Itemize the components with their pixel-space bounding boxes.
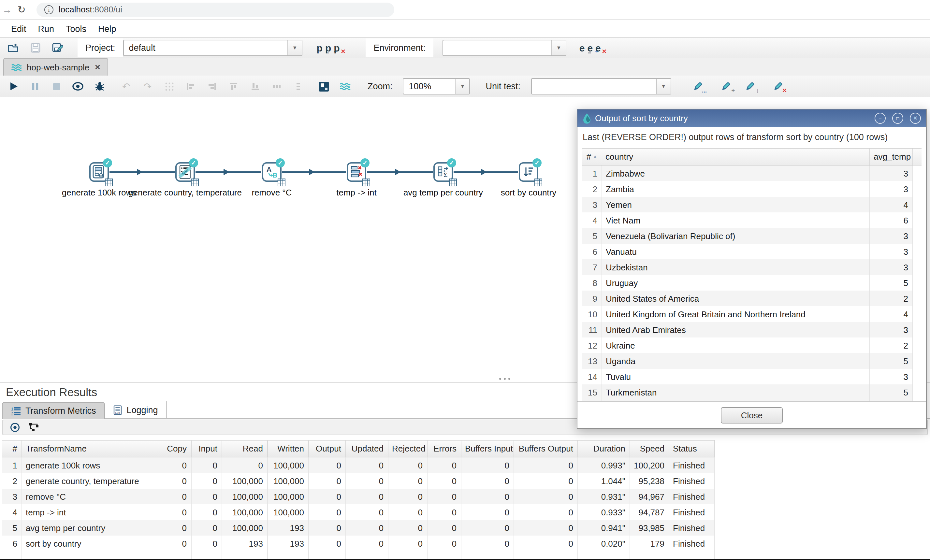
metrics-row[interactable]: 5avg temp per country00100,0001930000000…: [2, 520, 714, 535]
preview-data-badge-icon[interactable]: [278, 178, 285, 188]
open-file-icon[interactable]: [6, 41, 20, 55]
preview-row[interactable]: 4Viet Nam6: [582, 212, 922, 228]
transform-remove-c[interactable]: AB ✓: [262, 162, 282, 182]
unit-test-select[interactable]: ▼: [531, 78, 671, 94]
preview-row[interactable]: 3Yemen4: [582, 197, 922, 212]
save-file-icon[interactable]: [29, 41, 42, 55]
preview-data-badge-icon[interactable]: [449, 178, 457, 188]
tab-logging[interactable]: Log Logging: [105, 402, 167, 418]
col-updated[interactable]: Updated: [345, 440, 388, 457]
environment-add-button[interactable]: e+: [586, 42, 594, 54]
distribute-vertical-icon[interactable]: [293, 81, 304, 92]
menu-edit[interactable]: Edit: [5, 24, 32, 34]
col-input[interactable]: Input: [191, 440, 222, 457]
close-button[interactable]: Close: [721, 407, 783, 423]
col-output[interactable]: Output: [308, 440, 345, 457]
preview-row[interactable]: 8Uruguay5: [582, 275, 922, 291]
save-as-icon[interactable]: [51, 41, 65, 55]
project-delete-button[interactable]: p✕: [333, 42, 341, 54]
browser-forward-icon[interactable]: →: [0, 4, 14, 15]
col-buffers-input[interactable]: Buffers Input: [461, 440, 514, 457]
col-avg-temp[interactable]: avg_temp: [869, 148, 912, 165]
site-info-icon[interactable]: i: [44, 5, 54, 14]
metrics-row[interactable]: 1generate 100k rows000100,0000000000.993…: [2, 457, 714, 473]
undo-icon[interactable]: ↶: [120, 81, 132, 92]
preview-row[interactable]: 9United States of America2: [582, 291, 922, 306]
environment-dropdown-icon[interactable]: ▼: [551, 40, 566, 55]
project-add-button[interactable]: p+: [324, 42, 333, 54]
preview-row[interactable]: 1Zimbabwe3: [582, 165, 922, 181]
tab-close-icon[interactable]: ✕: [94, 63, 100, 71]
col-errors[interactable]: Errors: [427, 440, 461, 457]
close-icon[interactable]: ✕: [910, 113, 921, 124]
project-dropdown-icon[interactable]: ▼: [287, 40, 302, 55]
preview-row[interactable]: 5Venezuela (Bolivarian Republic of)3: [582, 228, 922, 244]
col-rejected[interactable]: Rejected: [388, 440, 427, 457]
project-edit-button[interactable]: p...: [316, 42, 324, 54]
col--[interactable]: #: [2, 440, 22, 457]
environment-edit-button[interactable]: e...: [578, 42, 586, 54]
col-copy[interactable]: Copy: [160, 440, 191, 457]
preview-data-badge-icon[interactable]: [105, 178, 113, 188]
col-written[interactable]: Written: [267, 440, 308, 457]
environment-select[interactable]: ▼: [442, 40, 567, 56]
preview-row[interactable]: 14Tuvalu3: [582, 369, 922, 385]
preview-row[interactable]: 11United Arab Emirates3: [582, 322, 922, 337]
unit-test-delete-pencil-icon[interactable]: ✕: [772, 81, 783, 92]
metrics-row[interactable]: 3remove °C00100,000100,0000000000.931"94…: [2, 489, 714, 504]
preview-eye-icon[interactable]: [72, 81, 83, 92]
preview-row[interactable]: 2Zambia3: [582, 181, 922, 197]
preview-row[interactable]: 12Ukraine2: [582, 337, 922, 353]
browser-reload-icon[interactable]: ↻: [14, 3, 29, 15]
col-status[interactable]: Status: [669, 440, 714, 457]
dialog-titlebar[interactable]: Output of sort by country − ◻ ✕: [577, 109, 926, 127]
unit-test-add-pencil-icon[interactable]: +: [720, 81, 731, 92]
preview-data-badge-icon[interactable]: [362, 178, 370, 188]
debug-bug-icon[interactable]: [94, 81, 105, 92]
unit-test-detach-pencil-icon[interactable]: ↓: [744, 81, 755, 92]
metrics-row[interactable]: 2generate country, temperature00100,0001…: [2, 473, 714, 489]
pipeline-waves-icon[interactable]: [340, 81, 351, 92]
run-icon[interactable]: [8, 81, 19, 92]
transform-temp-to-int[interactable]: ✓: [347, 162, 366, 182]
align-left-icon[interactable]: [185, 81, 196, 92]
metrics-row[interactable]: 4temp -> int00100,000100,0000000000.933"…: [2, 504, 714, 520]
tab-transform-metrics[interactable]: 12 Transform Metrics: [2, 402, 105, 419]
col-country[interactable]: country: [602, 148, 869, 165]
menu-run[interactable]: Run: [32, 24, 60, 34]
snap-to-grid-icon[interactable]: [163, 81, 175, 92]
unit-test-dropdown-icon[interactable]: ▼: [656, 79, 670, 94]
panel-splitter-handle[interactable]: [499, 378, 510, 380]
unit-test-edit-pencil-icon[interactable]: ...: [692, 81, 703, 92]
col-read[interactable]: Read: [222, 440, 267, 457]
menu-help[interactable]: Help: [92, 24, 122, 34]
col-row-number[interactable]: #▲: [582, 148, 602, 165]
preview-data-badge-icon[interactable]: [534, 178, 542, 188]
address-bar[interactable]: i localhost :8080/ui: [37, 2, 394, 17]
menu-tools[interactable]: Tools: [60, 24, 92, 34]
preview-row[interactable]: 13Uganda5: [582, 353, 922, 369]
col-transformname[interactable]: TransformName: [22, 440, 160, 457]
maximize-icon[interactable]: ◻: [892, 113, 903, 124]
pause-icon[interactable]: [29, 81, 40, 92]
transform-avg-temp-per-country[interactable]: Σ ✓: [433, 162, 453, 182]
align-bottom-icon[interactable]: [249, 81, 261, 92]
minimize-icon[interactable]: −: [875, 113, 886, 124]
show-lineage-tree-icon[interactable]: [28, 422, 39, 433]
transform-sort-by-country[interactable]: ✓: [519, 162, 538, 182]
col-buffers-output[interactable]: Buffers Output: [514, 440, 577, 457]
zoom-dropdown-icon[interactable]: ▼: [455, 79, 470, 94]
col-duration[interactable]: Duration: [577, 440, 630, 457]
environment-delete-button[interactable]: e✕: [594, 42, 602, 54]
transform-generate-100k-rows[interactable]: ✓: [89, 162, 109, 182]
preview-row[interactable]: 15Turkmenistan5: [582, 385, 922, 400]
redo-icon[interactable]: ↷: [142, 81, 153, 92]
stop-icon[interactable]: [51, 81, 62, 92]
show-execution-results-icon[interactable]: [318, 81, 329, 92]
transform-generate-country-temperature[interactable]: Fake ✓: [175, 162, 195, 182]
preview-data-badge-icon[interactable]: [191, 178, 199, 188]
preview-row[interactable]: 10United Kingdom of Great Britain and No…: [582, 306, 922, 322]
show-hide-inactive-icon[interactable]: [9, 422, 20, 433]
preview-row[interactable]: 6Vanuatu3: [582, 244, 922, 259]
tab-hop-web-sample[interactable]: hop-web-sample ✕: [3, 58, 108, 75]
